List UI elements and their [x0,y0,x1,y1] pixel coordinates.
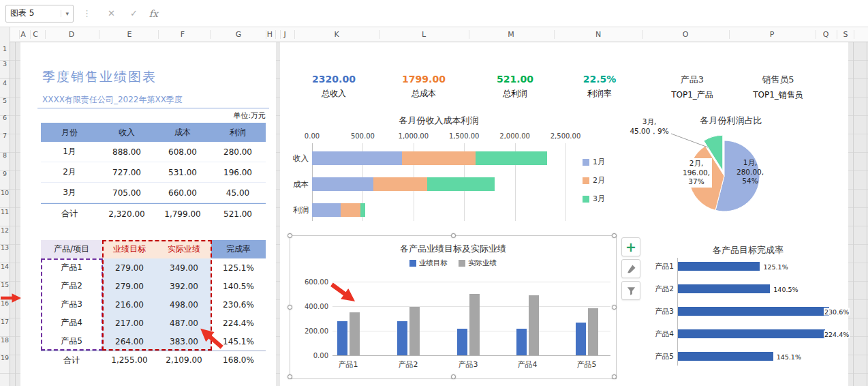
row-header-15[interactable]: 15 [0,281,10,288]
column-header-G[interactable]: G [236,30,242,39]
row-header-12[interactable]: 12 [0,226,10,234]
column-bar-实际业绩[interactable] [529,295,539,355]
column-bar-实际业绩[interactable] [350,312,360,355]
product-table-header-cell[interactable]: 业绩目标 [102,240,157,258]
month-table-cell[interactable]: 705.00 [98,183,155,203]
month-table-cell[interactable]: 888.00 [98,142,155,162]
month-table-total-cell[interactable]: 521.00 [210,203,266,224]
month-table-header-cell[interactable]: 利润 [210,123,266,142]
chart-styles-button[interactable] [621,259,640,278]
row-header-13[interactable]: 13 [0,243,10,251]
product-table-total-cell[interactable]: 合计 [41,351,102,369]
selection-handle[interactable] [451,233,456,238]
column-bar-实际业绩[interactable] [469,294,480,355]
month-table-cell[interactable]: 196.00 [210,162,266,183]
row-header-10[interactable]: 10 [0,189,10,196]
row-header-14[interactable]: 14 [0,263,10,270]
hbar-产品4[interactable] [678,329,825,338]
red-arrow-icon[interactable] [1,292,21,304]
select-all-corner[interactable] [0,27,10,42]
column-header-A[interactable]: A [20,30,26,39]
monthly-stacked-bar-chart[interactable]: 各月份收入成本利润 0.00500.001,000.001,500.002,00… [284,110,611,232]
product-table-cell[interactable]: 产品1 [41,258,102,277]
cancel-icon[interactable]: ✕ [108,8,115,18]
product-table-cell[interactable]: 264.00 [102,332,157,351]
column-header-L[interactable]: L [422,30,426,39]
row-header-18[interactable]: 18 [0,336,10,344]
row-header-7[interactable]: 7 [0,132,10,139]
hbar-产品2[interactable] [678,284,770,293]
column-bar-实际业绩[interactable] [588,308,598,355]
row-header-4[interactable]: 4 [0,79,10,87]
product-table-header-cell[interactable]: 实际业绩 [157,240,211,258]
chevron-down-icon[interactable]: ▾ [61,10,69,17]
month-table-cell[interactable]: 608.00 [155,142,210,162]
product-table-cell[interactable]: 产品2 [41,277,102,295]
completion-rate-bar-chart[interactable]: 各产品目标完成率 产品1125.1%产品2140.5%产品3230.6%产品42… [648,240,848,376]
month-table-cell[interactable]: 2月 [41,162,98,183]
selection-handle[interactable] [612,374,617,379]
selection-handle[interactable] [288,374,292,379]
month-table-total-cell[interactable]: 2,320.00 [98,203,155,224]
bar-segment-1月[interactable] [312,177,373,191]
month-table-header-cell[interactable]: 收入 [98,123,155,142]
product-table[interactable]: 产品/项目业绩目标实际业绩完成率产品1279.00349.00125.1%产品2… [41,240,266,369]
product-table-cell[interactable]: 产品5 [41,332,102,351]
column-header-M[interactable]: M [508,30,514,39]
row-header-1[interactable]: 1 [0,45,10,53]
column-bar-业绩目标[interactable] [516,329,527,355]
product-table-cell[interactable]: 217.00 [102,314,157,332]
fx-icon[interactable]: fx [149,8,158,19]
column-bar-业绩目标[interactable] [397,321,407,355]
column-bar-业绩目标[interactable] [576,323,586,355]
product-table-cell[interactable]: 125.1% [211,258,266,277]
selection-handle[interactable] [288,233,292,238]
hbar-产品1[interactable] [678,262,760,271]
column-bar-业绩目标[interactable] [457,329,467,355]
column-header-J[interactable]: J [283,30,285,39]
bar-segment-2月[interactable] [373,177,427,191]
month-table-cell[interactable]: 3月 [41,183,98,203]
product-table-total-cell[interactable]: 1,255.00 [102,351,157,369]
bar-segment-2月[interactable] [341,203,360,217]
month-table-cell[interactable]: 1月 [41,142,98,162]
month-table-cell[interactable]: 531.00 [155,162,210,183]
product-table-cell[interactable]: 216.00 [102,295,157,314]
row-header-8[interactable]: 8 [0,151,10,159]
column-header-K[interactable]: K [334,30,339,39]
row-header-3[interactable]: 3 [0,60,10,68]
product-table-cell[interactable]: 498.00 [157,295,211,314]
product-table-header-cell[interactable]: 产品/项目 [41,240,102,258]
product-table-total-cell[interactable]: 2,109.00 [157,351,211,369]
column-header-C[interactable]: C [33,30,38,39]
row-header-11[interactable]: 11 [0,208,10,216]
column-header-E[interactable]: E [127,30,132,39]
check-icon[interactable]: ✓ [130,8,138,18]
month-table-total-cell[interactable]: 1,799.00 [155,203,210,224]
bar-segment-3月[interactable] [476,151,547,165]
selection-handle[interactable] [612,233,617,238]
bar-segment-2月[interactable] [402,151,476,165]
chart-filters-button[interactable] [621,281,640,300]
bar-segment-3月[interactable] [360,203,365,217]
product-table-cell[interactable]: 279.00 [102,277,157,295]
column-bar-业绩目标[interactable] [337,321,347,355]
month-table-header-cell[interactable]: 成本 [155,123,210,142]
month-table-cell[interactable]: 45.00 [210,183,266,203]
product-table-cell[interactable]: 349.00 [157,258,211,277]
row-header-19[interactable]: 19 [0,354,10,361]
bar-segment-3月[interactable] [427,177,494,191]
product-target-column-chart[interactable]: 各产品业绩目标及实际业绩 0.00200.00400.00600.00产品1产品… [290,235,617,379]
selection-handle[interactable] [451,374,456,379]
column-bar-实际业绩[interactable] [409,307,420,355]
column-headers[interactable]: ACDEFGHJKLMNOPQS [0,27,868,42]
column-header-D[interactable]: D [69,30,74,39]
column-header-F[interactable]: F [181,30,185,39]
product-table-cell[interactable]: 140.5% [211,277,266,295]
column-header-N[interactable]: N [595,30,601,39]
column-header-P[interactable]: P [770,30,775,39]
product-table-cell[interactable]: 产品4 [41,314,102,332]
month-table-total-cell[interactable]: 合计 [41,203,98,224]
name-box[interactable]: 图表 5 ▾ [5,5,74,23]
row-header-17[interactable]: 17 [0,318,10,325]
